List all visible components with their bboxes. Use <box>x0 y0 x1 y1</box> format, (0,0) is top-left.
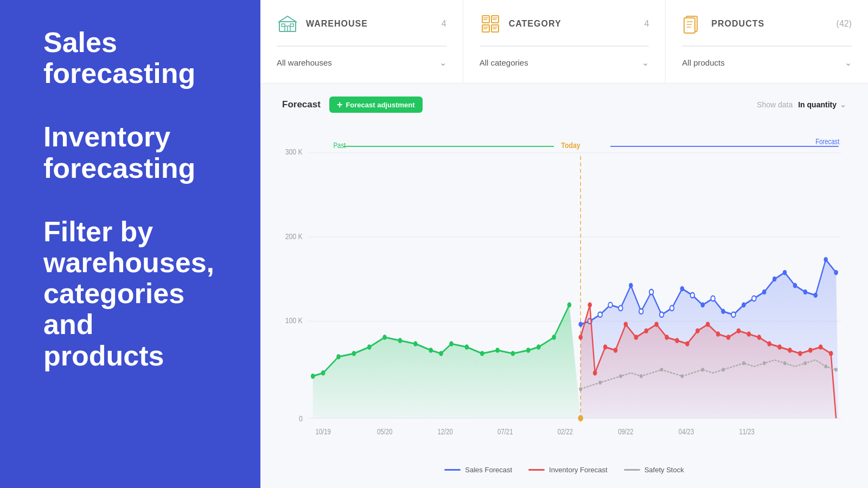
svg-point-52 <box>413 341 418 346</box>
svg-point-63 <box>567 303 572 308</box>
svg-point-124 <box>701 368 704 371</box>
svg-text:300 K: 300 K <box>285 147 303 157</box>
svg-point-92 <box>578 335 583 340</box>
svg-point-90 <box>834 270 838 275</box>
legend-safety-stock: Safety Stock <box>624 466 684 474</box>
svg-point-73 <box>660 312 664 318</box>
main-content: WAREHOUSE 4 All warehouses ⌄ <box>260 0 868 488</box>
sidebar-section-inventory: Inventory forecasting <box>43 121 217 183</box>
chart-area: Forecast + Forecast adjustment Show data… <box>260 84 868 488</box>
svg-point-78 <box>711 296 715 301</box>
svg-point-54 <box>439 351 443 356</box>
products-divider <box>682 46 852 47</box>
warehouse-dropdown-text: All warehouses <box>277 58 332 67</box>
svg-point-105 <box>706 322 710 327</box>
svg-point-97 <box>624 322 628 327</box>
svg-text:100 K: 100 K <box>285 315 303 325</box>
products-icon <box>682 13 704 35</box>
svg-point-47 <box>336 354 341 359</box>
svg-point-49 <box>367 344 372 350</box>
svg-point-84 <box>773 277 777 282</box>
products-dropdown[interactable]: All products ⌄ <box>682 55 852 70</box>
svg-point-122 <box>660 368 663 371</box>
svg-rect-4 <box>290 24 293 27</box>
svg-point-112 <box>777 344 782 350</box>
svg-point-123 <box>681 374 684 378</box>
svg-point-114 <box>798 351 802 356</box>
svg-point-125 <box>722 368 725 371</box>
category-filter-header: CATEGORY 4 <box>480 13 649 35</box>
svg-point-101 <box>665 335 669 340</box>
products-dropdown-text: All products <box>682 58 724 67</box>
svg-point-116 <box>819 344 823 350</box>
svg-point-118 <box>579 387 582 391</box>
svg-point-128 <box>783 361 787 365</box>
svg-point-96 <box>614 348 618 353</box>
show-data-label: Show data <box>757 100 793 109</box>
warehouse-count: 4 <box>442 19 446 29</box>
svg-point-106 <box>716 331 720 337</box>
warehouse-filter-section: WAREHOUSE 4 All warehouses ⌄ <box>260 0 463 83</box>
svg-point-130 <box>824 364 827 368</box>
sidebar: Sales forecasting Inventory forecasting … <box>0 0 260 488</box>
category-count: 4 <box>644 19 649 29</box>
sales-forecasting-title: Sales forecasting <box>43 27 217 89</box>
svg-point-108 <box>737 328 741 333</box>
svg-point-67 <box>598 312 602 318</box>
category-label: CATEGORY <box>509 19 637 29</box>
svg-point-75 <box>680 286 685 292</box>
chart-legend: Sales Forecast Inventory Forecast Safety… <box>282 466 846 477</box>
category-dropdown-arrow: ⌄ <box>642 57 649 68</box>
svg-point-104 <box>695 328 700 333</box>
category-dropdown[interactable]: All categories ⌄ <box>480 55 649 70</box>
legend-sales-forecast: Sales Forecast <box>444 466 512 474</box>
svg-point-109 <box>747 331 751 337</box>
svg-point-82 <box>752 296 756 301</box>
svg-point-74 <box>670 306 674 311</box>
svg-point-69 <box>618 306 623 311</box>
filter-by-title: Filter by warehouses, categories and pro… <box>43 216 217 371</box>
svg-point-98 <box>634 335 639 340</box>
svg-point-132 <box>578 415 583 421</box>
forecast-adjustment-button[interactable]: + Forecast adjustment <box>329 97 423 113</box>
svg-point-57 <box>480 351 484 356</box>
warehouse-filter-header: WAREHOUSE 4 <box>277 13 446 35</box>
products-filter-header: PRODUCTS (42) <box>682 13 852 35</box>
svg-point-131 <box>834 368 838 371</box>
in-quantity-label: In quantity <box>798 100 837 109</box>
svg-text:200 K: 200 K <box>285 231 303 241</box>
svg-point-95 <box>603 344 608 350</box>
svg-point-72 <box>649 290 654 295</box>
svg-point-50 <box>382 335 387 340</box>
svg-text:Today: Today <box>561 140 580 150</box>
svg-text:09/22: 09/22 <box>618 427 633 436</box>
svg-point-102 <box>675 338 679 343</box>
svg-point-111 <box>767 341 771 346</box>
svg-point-115 <box>808 348 813 353</box>
svg-point-48 <box>352 351 356 356</box>
warehouse-dropdown[interactable]: All warehouses ⌄ <box>277 55 446 70</box>
svg-text:12/20: 12/20 <box>437 427 452 436</box>
svg-point-110 <box>757 335 761 340</box>
main-chart-svg: 300 K 200 K 100 K 0 Past Today Forecast <box>282 124 846 460</box>
products-count: (42) <box>837 19 852 29</box>
svg-text:11/23: 11/23 <box>739 427 754 436</box>
svg-point-62 <box>552 335 556 340</box>
sales-forecast-line-indicator <box>444 469 461 471</box>
svg-point-56 <box>465 344 469 350</box>
category-filter-section: CATEGORY 4 All categories ⌄ <box>463 0 666 83</box>
svg-point-129 <box>804 361 807 365</box>
inventory-forecast-line-indicator <box>528 469 545 471</box>
svg-point-86 <box>793 283 797 288</box>
svg-point-127 <box>763 361 766 365</box>
svg-point-77 <box>700 303 705 308</box>
svg-point-76 <box>691 293 695 298</box>
in-quantity-button[interactable]: In quantity ⌄ <box>798 100 846 109</box>
svg-rect-3 <box>282 24 285 27</box>
svg-point-65 <box>578 322 583 327</box>
warehouse-icon <box>277 13 298 35</box>
svg-point-45 <box>311 374 315 379</box>
svg-rect-18 <box>684 18 695 33</box>
forecast-toolbar: Forecast + Forecast adjustment Show data… <box>282 97 846 113</box>
svg-point-46 <box>321 370 326 376</box>
